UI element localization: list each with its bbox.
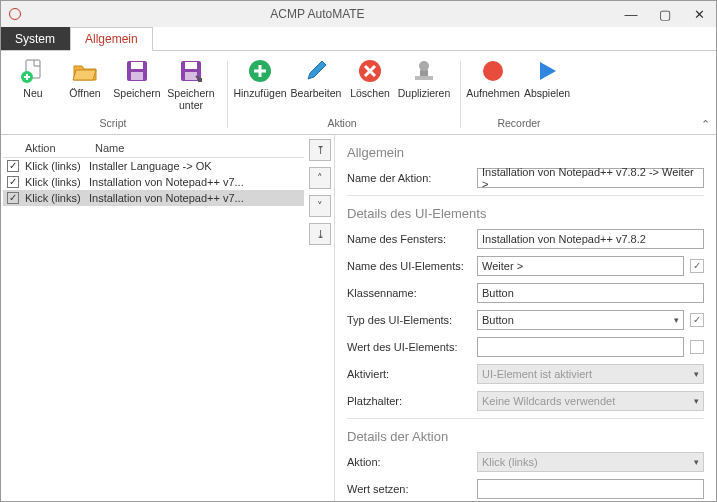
abspielen-button[interactable]: Abspielen xyxy=(521,55,573,115)
row-checkbox[interactable]: ✓ xyxy=(7,176,19,188)
close-button[interactable]: ✕ xyxy=(682,1,716,27)
input-wert-setzen[interactable] xyxy=(477,479,704,499)
script-row[interactable]: ✓Klick (links)Installer Language -> OK xyxy=(3,158,304,174)
row-aktion: Klick (links) xyxy=(25,192,89,204)
label-ui-name: Name des UI-Elements: xyxy=(347,260,477,272)
ribbon-separator xyxy=(460,61,461,128)
row-name: Installation von Notepad++ v7... xyxy=(89,192,244,204)
select-aktion: Klick (links)▾ xyxy=(477,452,704,472)
label-wert-setzen: Wert setzen: xyxy=(347,483,477,495)
script-list-pane: Aktion Name ✓Klick (links)Installer Lang… xyxy=(1,135,335,501)
select-typ[interactable]: Button▾ xyxy=(477,310,684,330)
loeschen-button[interactable]: Löschen xyxy=(344,55,396,115)
script-list-header: Aktion Name xyxy=(3,139,304,158)
input-ui-name[interactable]: Weiter > xyxy=(477,256,684,276)
label-name-der-aktion: Name der Aktion: xyxy=(347,172,477,184)
ribbon-separator xyxy=(227,61,228,128)
svg-rect-3 xyxy=(131,62,143,69)
ribbon-group-recorder: Aufnehmen Abspielen Recorder xyxy=(465,55,573,134)
svg-point-13 xyxy=(483,61,503,81)
speichern-button[interactable]: Speichern xyxy=(111,55,163,115)
chevron-down-icon: ▾ xyxy=(674,315,679,325)
stamp-icon xyxy=(410,57,438,85)
label-klasse: Klassenname: xyxy=(347,287,477,299)
tab-system[interactable]: System xyxy=(1,27,70,50)
label-wert: Wert des UI-Elements: xyxy=(347,341,477,353)
col-header-name[interactable]: Name xyxy=(95,142,124,154)
ribbon-group-label-aktion: Aktion xyxy=(232,117,452,129)
section-allgemein: Allgemein xyxy=(347,145,704,160)
select-aktiviert: UI-Element ist aktiviert▾ xyxy=(477,364,704,384)
move-down-button[interactable]: ˅ xyxy=(309,195,331,217)
hinzufuegen-button[interactable]: Hinzufügen xyxy=(232,55,288,115)
ribbon-collapse-icon[interactable]: ⌃ xyxy=(701,118,710,131)
record-icon xyxy=(479,57,507,85)
select-platzhalter: Keine Wildcards verwendet▾ xyxy=(477,391,704,411)
maximize-button[interactable]: ▢ xyxy=(648,1,682,27)
input-fenster[interactable]: Installation von Notepad++ v7.8.2 xyxy=(477,229,704,249)
col-header-aktion[interactable]: Aktion xyxy=(25,142,95,154)
section-aktion-details: Details der Aktion xyxy=(347,429,704,444)
bearbeiten-button[interactable]: Bearbeiten xyxy=(288,55,344,115)
row-checkbox[interactable]: ✓ xyxy=(7,192,19,204)
svg-rect-10 xyxy=(415,76,433,80)
save-as-icon xyxy=(177,57,205,85)
input-wert[interactable] xyxy=(477,337,684,357)
save-icon xyxy=(123,57,151,85)
window-title: ACMP AutoMATE xyxy=(21,7,614,21)
move-up-button[interactable]: ˄ xyxy=(309,167,331,189)
row-name: Installer Language -> OK xyxy=(89,160,212,172)
minimize-button[interactable]: — xyxy=(614,1,648,27)
aufnehmen-button[interactable]: Aufnehmen xyxy=(465,55,521,115)
tab-allgemein[interactable]: Allgemein xyxy=(70,27,153,51)
delete-circle-icon xyxy=(356,57,384,85)
titlebar: ACMP AutoMATE — ▢ ✕ xyxy=(1,1,716,27)
row-aktion: Klick (links) xyxy=(25,176,89,188)
label-aktion: Aktion: xyxy=(347,456,477,468)
svg-rect-7 xyxy=(185,72,197,80)
checkbox-ui-name[interactable]: ✓ xyxy=(690,259,704,273)
move-bottom-button[interactable]: ⤓ xyxy=(309,223,331,245)
label-platzhalter: Platzhalter: xyxy=(347,395,477,407)
script-row[interactable]: ✓Klick (links)Installation von Notepad++… xyxy=(3,174,304,190)
ribbon-group-script: Neu Öffnen Speichern xyxy=(7,55,219,134)
input-klasse[interactable]: Button xyxy=(477,283,704,303)
neu-button[interactable]: Neu xyxy=(7,55,59,115)
checkbox-wert[interactable] xyxy=(690,340,704,354)
label-aktiviert: Aktiviert: xyxy=(347,368,477,380)
ribbon-group-aktion: Hinzufügen Bearbeiten Löschen xyxy=(232,55,452,134)
label-fenster: Name des Fensters: xyxy=(347,233,477,245)
play-icon xyxy=(533,57,561,85)
svg-rect-4 xyxy=(131,72,143,80)
row-checkbox[interactable]: ✓ xyxy=(7,160,19,172)
svg-rect-6 xyxy=(185,62,197,69)
label-typ: Typ des UI-Elements: xyxy=(347,314,477,326)
app-window: ACMP AutoMATE — ▢ ✕ System Allgemein Neu xyxy=(0,0,717,502)
new-file-icon xyxy=(19,57,47,85)
folder-open-icon xyxy=(71,57,99,85)
plus-circle-icon xyxy=(246,57,274,85)
pencil-icon xyxy=(302,57,330,85)
ribbon-tabs: System Allgemein xyxy=(1,27,716,51)
row-name: Installation von Notepad++ v7... xyxy=(89,176,244,188)
checkbox-typ[interactable]: ✓ xyxy=(690,313,704,327)
ribbon-group-label-script: Script xyxy=(7,117,219,129)
row-aktion: Klick (links) xyxy=(25,160,89,172)
record-app-icon xyxy=(9,8,21,20)
ribbon-group-label-recorder: Recorder xyxy=(465,117,573,129)
section-ui-details: Details des UI-Elements xyxy=(347,206,704,221)
ribbon: Neu Öffnen Speichern xyxy=(1,51,716,135)
script-row[interactable]: ✓Klick (links)Installation von Notepad++… xyxy=(3,190,304,206)
details-pane: Allgemein Name der Aktion: Installation … xyxy=(335,135,716,501)
speichern-unter-button[interactable]: Speichern unter xyxy=(163,55,219,115)
svg-point-12 xyxy=(419,61,429,71)
oeffnen-button[interactable]: Öffnen xyxy=(59,55,111,115)
move-top-button[interactable]: ⤒ xyxy=(309,139,331,161)
duplizieren-button[interactable]: Duplizieren xyxy=(396,55,452,115)
input-name-der-aktion[interactable]: Installation von Notepad++ v7.8.2 -> Wei… xyxy=(477,168,704,188)
